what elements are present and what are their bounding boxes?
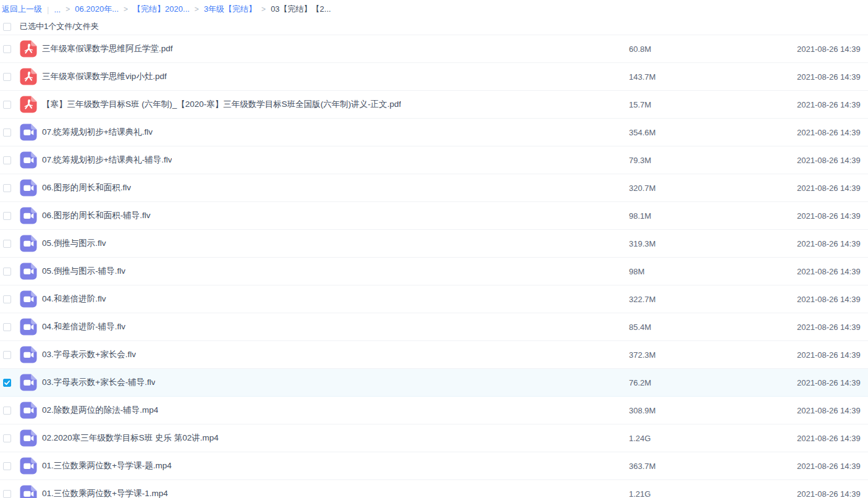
file-modified: 2021-08-26 14:39 [797,100,861,109]
file-size: 1.24G [629,434,651,443]
file-name[interactable]: 【寒】三年级数学目标S班 (六年制)_【2020-寒】三年级数学目标S班全国版(… [42,99,401,110]
row-checkbox[interactable] [3,73,11,81]
file-row[interactable]: 02.2020寒三年级数学目标S班 史乐 第02讲.mp4 1.24G 2021… [0,424,868,452]
video-file-icon [20,346,37,363]
file-size: 354.6M [629,128,655,137]
file-size: 308.9M [629,406,655,415]
row-checkbox[interactable] [3,295,11,303]
file-name[interactable]: 07.统筹规划初步+结课典礼.flv [42,127,153,138]
file-name[interactable]: 06.图形的周长和面积-辅导.flv [42,210,151,221]
file-size: 363.7M [629,462,655,471]
file-size: 319.3M [629,239,655,248]
row-checkbox[interactable] [3,45,11,53]
file-modified: 2021-08-26 14:39 [797,72,861,82]
row-checkbox[interactable] [3,101,11,109]
breadcrumb-back-link[interactable]: 返回上一级 [2,4,42,15]
file-modified: 2021-08-26 14:39 [797,350,861,360]
row-checkbox[interactable] [3,212,11,220]
file-modified: 2021-08-26 14:39 [797,44,861,54]
video-file-icon [20,151,37,169]
file-name[interactable]: 07.统筹规划初步+结课典礼-辅导.flv [42,154,172,166]
file-modified: 2021-08-26 14:39 [797,462,861,471]
file-name[interactable]: 三年级寒假课数学思维阿丘学堂.pdf [42,43,173,54]
file-size: 320.7M [629,184,655,193]
breadcrumb-item[interactable]: 【完结】2020... [133,4,190,15]
file-name[interactable]: 01.三位数乘两位数+导学课-题.mp4 [42,460,172,471]
file-name[interactable]: 03.字母表示数+家长会.flv [42,349,136,360]
breadcrumb-separator-icon: > [195,5,199,14]
file-modified: 2021-08-26 14:39 [797,434,861,443]
file-name[interactable]: 05.倒推与图示.flv [42,238,106,249]
video-file-icon [20,457,37,475]
breadcrumb: 返回上一级 | ...>06.2020年...>【完结】2020...>3年级【… [0,0,868,19]
breadcrumb-divider: | [47,5,49,14]
pdf-file-icon [20,68,37,85]
file-size: 322.7M [629,295,655,304]
file-row[interactable]: 07.统筹规划初步+结课典礼-辅导.flv 79.3M 2021-08-26 1… [0,146,868,174]
file-row[interactable]: 04.和差倍进阶.flv 322.7M 2021-08-26 14:39 [0,285,868,313]
file-row[interactable]: 01.三位数乘两位数+导学课-1.mp4 1.21G 2021-08-26 14… [0,480,868,498]
file-row[interactable]: 三年级寒假课数学思维vip小灶.pdf 143.7M 2021-08-26 14… [0,63,868,91]
file-row[interactable]: 06.图形的周长和面积.flv 320.7M 2021-08-26 14:39 [0,174,868,202]
breadcrumb-item[interactable]: ... [54,5,61,14]
file-row[interactable]: 06.图形的周长和面积-辅导.flv 98.1M 2021-08-26 14:3… [0,202,868,230]
file-row[interactable]: 02.除数是两位的除法-辅导.mp4 308.9M 2021-08-26 14:… [0,397,868,424]
video-file-icon [20,207,37,224]
file-name[interactable]: 01.三位数乘两位数+导学课-1.mp4 [42,488,168,498]
row-checkbox[interactable] [3,351,11,359]
file-row[interactable]: 05.倒推与图示.flv 319.3M 2021-08-26 14:39 [0,230,868,258]
row-checkbox[interactable] [3,407,11,415]
file-size: 372.3M [629,350,655,360]
file-modified: 2021-08-26 14:39 [797,156,861,165]
file-modified: 2021-08-26 14:39 [797,295,861,304]
file-size: 143.7M [629,72,655,82]
file-modified: 2021-08-26 14:39 [797,128,861,137]
file-modified: 2021-08-26 14:39 [797,489,861,498]
file-row[interactable]: 07.统筹规划初步+结课典礼.flv 354.6M 2021-08-26 14:… [0,119,868,146]
file-name[interactable]: 04.和差倍进阶.flv [42,293,106,305]
row-checkbox[interactable] [3,240,11,248]
breadcrumb-item[interactable]: 06.2020年... [75,4,119,15]
video-file-icon [20,263,37,280]
file-size: 79.3M [629,156,651,165]
row-checkbox[interactable] [3,184,11,192]
file-row[interactable]: 05.倒推与图示-辅导.flv 98M 2021-08-26 14:39 [0,258,868,285]
file-name[interactable]: 04.和差倍进阶-辅导.flv [42,321,125,332]
file-size: 98M [629,267,644,276]
row-checkbox[interactable] [3,490,11,498]
file-row[interactable]: 03.字母表示数+家长会.flv 372.3M 2021-08-26 14:39 [0,341,868,369]
row-checkbox[interactable] [3,323,11,331]
file-row[interactable]: 04.和差倍进阶-辅导.flv 85.4M 2021-08-26 14:39 [0,313,868,341]
row-checkbox[interactable] [3,156,11,164]
file-row[interactable]: 01.三位数乘两位数+导学课-题.mp4 363.7M 2021-08-26 1… [0,452,868,480]
file-name[interactable]: 06.图形的周长和面积.flv [42,182,131,193]
row-checkbox[interactable] [3,434,11,442]
file-size: 1.21G [629,489,651,498]
select-all-checkbox[interactable] [3,23,11,31]
file-row[interactable]: 三年级寒假课数学思维阿丘学堂.pdf 60.8M 2021-08-26 14:3… [0,35,868,63]
row-checkbox[interactable] [3,268,11,276]
file-row[interactable]: 03.字母表示数+家长会-辅导.flv 76.2M 2021-08-26 14:… [0,369,868,397]
breadcrumb-items: ...>06.2020年...>【完结】2020...>3年级【完结】>03【完… [54,4,331,15]
file-name[interactable]: 02.除数是两位的除法-辅导.mp4 [42,405,158,416]
file-size: 60.8M [629,44,651,54]
row-checkbox[interactable] [3,129,11,137]
row-checkbox[interactable] [3,462,11,470]
file-modified: 2021-08-26 14:39 [797,184,861,193]
video-file-icon [20,124,37,141]
file-name[interactable]: 05.倒推与图示-辅导.flv [42,266,125,277]
row-checkbox[interactable] [3,379,11,387]
file-list: 三年级寒假课数学思维阿丘学堂.pdf 60.8M 2021-08-26 14:3… [0,35,868,498]
file-modified: 2021-08-26 14:39 [797,378,861,387]
breadcrumb-separator-icon: > [261,5,266,14]
file-name[interactable]: 03.字母表示数+家长会-辅导.flv [42,377,155,388]
video-file-icon [20,429,37,447]
breadcrumb-item[interactable]: 3年级【完结】 [204,4,256,15]
file-size: 76.2M [629,378,651,387]
file-row[interactable]: 【寒】三年级数学目标S班 (六年制)_【2020-寒】三年级数学目标S班全国版(… [0,91,868,119]
file-name[interactable]: 三年级寒假课数学思维vip小灶.pdf [42,71,167,82]
video-file-icon [20,290,37,308]
file-modified: 2021-08-26 14:39 [797,406,861,415]
file-name[interactable]: 02.2020寒三年级数学目标S班 史乐 第02讲.mp4 [42,433,219,444]
file-modified: 2021-08-26 14:39 [797,323,861,332]
